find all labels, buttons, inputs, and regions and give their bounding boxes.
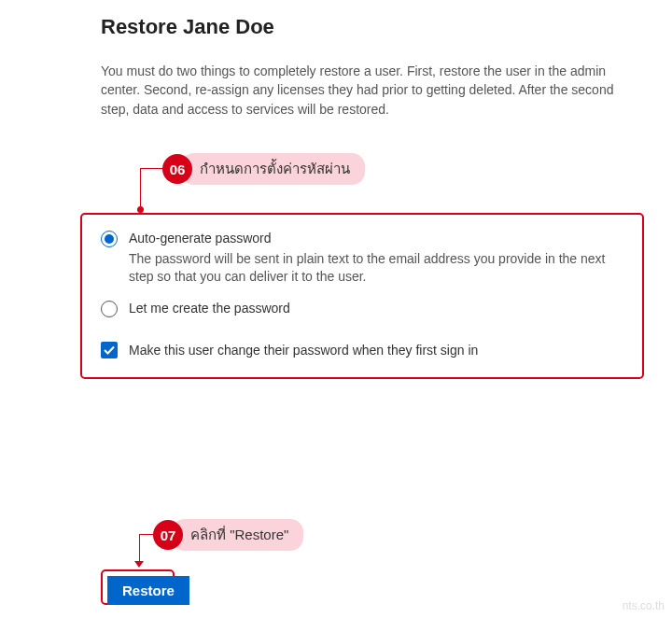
arrow-down-icon [134, 561, 144, 568]
checkbox-icon [101, 342, 118, 358]
option-manual-password[interactable]: Let me create the password [101, 300, 629, 318]
callout-step-07: 07 คลิกที่ "Restore" [153, 519, 303, 551]
callout-num-06: 06 [162, 154, 192, 184]
page-title: Restore Jane Doe [101, 15, 638, 39]
callout-connector [139, 534, 154, 535]
callout-step-06: 06 กำหนดการตั้งค่ารหัสผ่าน [162, 153, 365, 185]
option-label: Let me create the password [129, 300, 290, 318]
watermark: nts.co.th [623, 599, 665, 612]
callout-connector [140, 168, 162, 169]
callout-num-07: 07 [153, 520, 183, 550]
callout-dot [137, 206, 144, 213]
callout-label-06: กำหนดการตั้งค่ารหัสผ่าน [181, 153, 365, 185]
password-options: Auto-generate password The password will… [101, 230, 629, 358]
option-description: The password will be sent in plain text … [129, 250, 629, 287]
force-change-password-checkbox[interactable]: Make this user change their password whe… [101, 342, 629, 358]
callout-connector [139, 534, 140, 562]
radio-icon [101, 231, 118, 247]
callout-label-07: คลิกที่ "Restore" [172, 519, 303, 551]
restore-button[interactable]: Restore [107, 576, 189, 605]
callout-connector [140, 168, 141, 209]
checkbox-label: Make this user change their password whe… [129, 343, 478, 358]
option-auto-generate[interactable]: Auto-generate password The password will… [101, 230, 629, 287]
description-text: You must do two things to completely res… [101, 62, 638, 119]
option-label: Auto-generate password [129, 230, 629, 248]
radio-icon [101, 301, 118, 317]
